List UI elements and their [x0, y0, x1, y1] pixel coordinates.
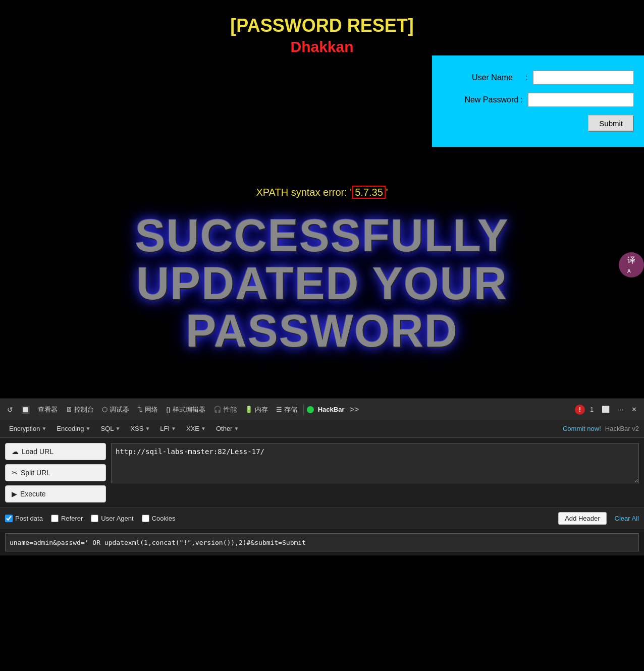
perf-item[interactable]: 🎧 性能: [210, 403, 240, 416]
other-chevron: ▼: [234, 426, 239, 431]
execute-label: Execute: [20, 490, 46, 498]
back-icon[interactable]: ↺: [4, 404, 16, 416]
sql-chevron: ▼: [115, 426, 120, 431]
menu-encoding[interactable]: Encoding ▼: [52, 423, 94, 434]
storage-icon: ☰: [276, 406, 282, 413]
encryption-chevron: ▼: [41, 426, 46, 431]
error-suffix: ': [386, 187, 388, 198]
menu-lfi[interactable]: LFI ▼: [156, 423, 180, 434]
inspector-item[interactable]: 查看器: [35, 403, 61, 416]
username-row: User Name :: [442, 71, 634, 85]
storage-item[interactable]: ☰ 存储: [273, 403, 300, 416]
cookies-label: Cookies: [152, 515, 176, 522]
network-label: 网络: [145, 405, 158, 414]
hackbar-label[interactable]: HackBar: [318, 406, 345, 413]
success-text-line2: UPDATED YOUR: [120, 260, 524, 308]
error-prefix: XPATH syntax error: ': [256, 187, 352, 198]
menu-encryption[interactable]: Encryption ▼: [5, 423, 50, 434]
storage-label: 存储: [284, 405, 297, 414]
clear-all-button[interactable]: Clear All: [615, 515, 639, 522]
error-value: 5.7.35: [352, 186, 386, 199]
xxe-label: XXE: [186, 425, 199, 432]
postdata-option[interactable]: Post data: [5, 515, 43, 522]
error-icon: !: [579, 406, 581, 413]
referer-checkbox[interactable]: [51, 515, 59, 522]
translate-button[interactable]: 译A: [619, 252, 644, 277]
debugger-icon: ⬡: [102, 406, 108, 413]
responsive-button[interactable]: ⬜: [599, 404, 613, 415]
page-title: [PASSWORD RESET]: [230, 15, 413, 36]
sql-label: SQL: [100, 425, 114, 432]
load-url-button[interactable]: ☁ Load URL: [5, 443, 106, 460]
username-input[interactable]: [533, 71, 634, 85]
debugger-label: 调试器: [110, 405, 129, 414]
login-panel: User Name : New Password : Submit: [432, 55, 644, 147]
execute-button[interactable]: ▶ Execute: [5, 485, 106, 502]
postdata-label: Post data: [15, 515, 43, 522]
perf-icon: 🎧: [213, 406, 222, 413]
useragent-label: User Agent: [101, 515, 133, 522]
success-area: SUCCESSFULLY UPDATED YOUR PASSWORD: [120, 212, 524, 355]
execute-icon: ▶: [12, 490, 17, 498]
inspect-icon[interactable]: 🔲: [18, 404, 33, 416]
memory-item[interactable]: 🔋 内存: [242, 403, 271, 416]
referer-option[interactable]: Referer: [51, 515, 83, 522]
password-label: New Password :: [442, 95, 523, 104]
hackbar-buttons: ☁ Load URL ✂ Split URL ▶ Execute: [5, 443, 106, 502]
page-area: [PASSWORD RESET] Dhakkan User Name : New…: [0, 0, 644, 399]
translate-icon: 译A: [627, 255, 635, 275]
more-button[interactable]: >>: [346, 403, 362, 416]
lfi-label: LFI: [160, 425, 170, 432]
network-item[interactable]: ⇅ 网络: [134, 403, 161, 416]
load-icon: ☁: [12, 448, 19, 456]
hackbar-panel: Encryption ▼ Encoding ▼ SQL ▼ XSS ▼ LFI …: [0, 420, 644, 555]
commit-link[interactable]: Commit now!: [563, 425, 601, 432]
inspector-label: 查看器: [38, 405, 58, 414]
username-label: User Name: [442, 73, 513, 82]
style-item[interactable]: {} 样式编辑器: [163, 403, 208, 416]
divider: [303, 405, 304, 415]
xss-label: XSS: [130, 425, 143, 432]
success-text-line3: PASSWORD: [120, 307, 524, 355]
close-button[interactable]: ✕: [628, 404, 640, 415]
add-header-button[interactable]: Add Header: [558, 512, 606, 525]
split-label: Split URL: [21, 469, 50, 477]
username-colon: :: [518, 73, 528, 82]
style-label: 样式编辑器: [173, 405, 205, 414]
console-item[interactable]: 🖥 控制台: [63, 403, 97, 416]
more-options[interactable]: ···: [615, 404, 626, 415]
error-badge: !: [575, 405, 585, 415]
useragent-checkbox[interactable]: [91, 515, 98, 522]
split-url-button[interactable]: ✂ Split URL: [5, 464, 106, 481]
password-input[interactable]: [528, 93, 634, 107]
menu-xxe[interactable]: XXE ▼: [182, 423, 210, 434]
encoding-chevron: ▼: [86, 426, 91, 431]
style-icon: {}: [166, 406, 171, 413]
xxe-chevron: ▼: [201, 426, 206, 431]
console-icon: 🖥: [66, 406, 72, 413]
url-textarea[interactable]: [111, 443, 639, 483]
password-row: New Password :: [442, 93, 634, 107]
submit-row: Submit: [442, 115, 634, 132]
postdata-input[interactable]: [5, 533, 639, 551]
browser-toolbar: ↺ 🔲 查看器 🖥 控制台 ⬡ 调试器 ⇅ 网络 {} 样式编辑器 🎧 性能 🔋…: [0, 399, 644, 420]
lfi-chevron: ▼: [171, 426, 176, 431]
cookies-checkbox[interactable]: [142, 515, 149, 522]
postdata-area: [0, 529, 644, 555]
useragent-option[interactable]: User Agent: [91, 515, 133, 522]
memory-label: 内存: [255, 405, 268, 414]
postdata-checkbox[interactable]: [5, 515, 13, 522]
error-message: XPATH syntax error: '5.7.35': [256, 187, 388, 198]
cookies-option[interactable]: Cookies: [142, 515, 176, 522]
error-count: 1: [587, 404, 597, 415]
load-label: Load URL: [22, 448, 53, 456]
menu-sql[interactable]: SQL ▼: [96, 423, 124, 434]
url-area: [111, 443, 639, 502]
success-text-line1: SUCCESSFULLY: [120, 212, 524, 260]
console-label: 控制台: [74, 405, 94, 414]
menu-xss[interactable]: XSS ▼: [126, 423, 154, 434]
submit-button[interactable]: Submit: [588, 115, 634, 132]
menu-other[interactable]: Other ▼: [212, 423, 243, 434]
debugger-item[interactable]: ⬡ 调试器: [99, 403, 132, 416]
encoding-label: Encoding: [57, 425, 84, 432]
